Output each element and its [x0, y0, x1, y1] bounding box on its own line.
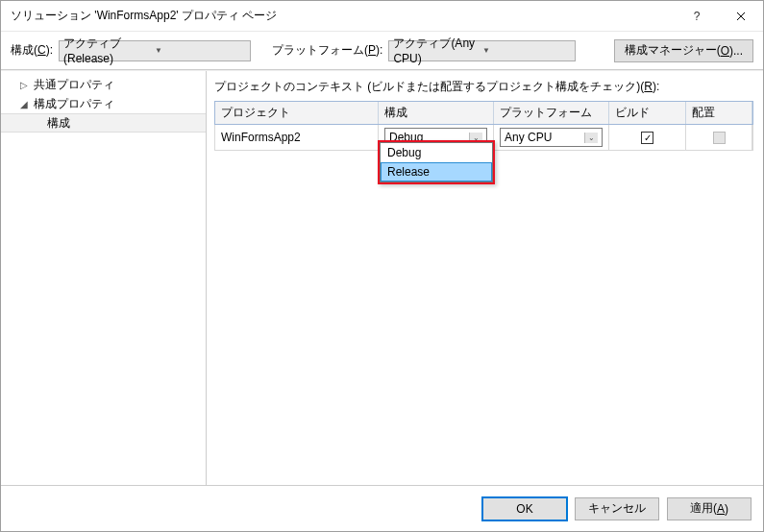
col-build[interactable]: ビルド [609, 102, 686, 124]
dropdown-item-release[interactable]: Release [381, 162, 492, 181]
col-project[interactable]: プロジェクト [215, 102, 379, 124]
help-button[interactable]: ? [675, 1, 719, 32]
tree-item-config-props[interactable]: ◢ 構成プロパティ [1, 94, 206, 113]
tree-item-common[interactable]: ▷ 共通プロパティ [1, 75, 206, 94]
config-dropdown: Debug Release [378, 140, 495, 184]
chevron-down-icon: ▼ [155, 46, 246, 55]
grid-header: プロジェクト 構成 プラットフォーム ビルド 配置 [214, 101, 753, 125]
cancel-button[interactable]: キャンセル [575, 497, 659, 520]
col-platform[interactable]: プラットフォーム [494, 102, 609, 124]
body: ▷ 共通プロパティ ◢ 構成プロパティ 構成 プロジェクトのコンテキスト (ビル… [1, 70, 763, 485]
cell-deploy [686, 125, 752, 150]
tree-label: 共通プロパティ [34, 77, 114, 93]
platform-combo[interactable]: アクティブ(Any CPU) ▼ [388, 40, 576, 61]
row-platform-combo[interactable]: Any CPU ⌄ [500, 128, 603, 147]
platform-combo-value: アクティブ(Any CPU) [393, 36, 482, 65]
right-panel: プロジェクトのコンテキスト (ビルドまたは配置するプロジェクト構成をチェック)(… [207, 71, 763, 485]
platform-label: プラットフォーム(P): [272, 42, 382, 59]
toolbar: 構成(C): アクティブ(Release) ▼ プラットフォーム(P): アクテ… [1, 32, 763, 70]
expanded-icon: ◢ [20, 99, 30, 109]
footer: OK キャンセル 適用(A) [1, 485, 763, 531]
col-deploy[interactable]: 配置 [686, 102, 752, 124]
ok-button[interactable]: OK [482, 497, 567, 520]
tree-panel: ▷ 共通プロパティ ◢ 構成プロパティ 構成 [1, 71, 207, 485]
config-label: 構成(C): [11, 42, 53, 59]
dropdown-item-debug[interactable]: Debug [381, 143, 492, 162]
tree-label: 構成プロパティ [34, 96, 114, 112]
close-icon [736, 12, 746, 21]
config-manager-button[interactable]: 構成マネージャー(O)... [614, 39, 753, 62]
cell-build: ✓ [609, 125, 686, 150]
chevron-down-icon: ⌄ [584, 133, 598, 143]
config-combo[interactable]: アクティブ(Release) ▼ [59, 40, 251, 61]
titlebar: ソリューション 'WinFormsApp2' プロパティ ページ ? [1, 1, 763, 32]
close-button[interactable] [719, 1, 763, 32]
cell-platform: Any CPU ⌄ [494, 125, 609, 150]
col-config[interactable]: 構成 [379, 102, 494, 124]
cell-project: WinFormsApp2 [215, 125, 379, 150]
window-title: ソリューション 'WinFormsApp2' プロパティ ページ [11, 8, 675, 24]
deploy-checkbox [713, 132, 726, 144]
context-label: プロジェクトのコンテキスト (ビルドまたは配置するプロジェクト構成をチェック)(… [214, 79, 753, 95]
build-checkbox[interactable]: ✓ [641, 132, 653, 144]
tree-item-config[interactable]: 構成 [1, 113, 206, 133]
collapsed-icon: ▷ [20, 80, 30, 90]
config-combo-value: アクティブ(Release) [63, 36, 155, 65]
chevron-down-icon: ▼ [482, 46, 572, 55]
property-dialog: ソリューション 'WinFormsApp2' プロパティ ページ ? 構成(C)… [0, 0, 764, 532]
row-platform-value: Any CPU [505, 131, 552, 144]
tree-label: 構成 [47, 115, 70, 132]
apply-button[interactable]: 適用(A) [667, 497, 752, 520]
